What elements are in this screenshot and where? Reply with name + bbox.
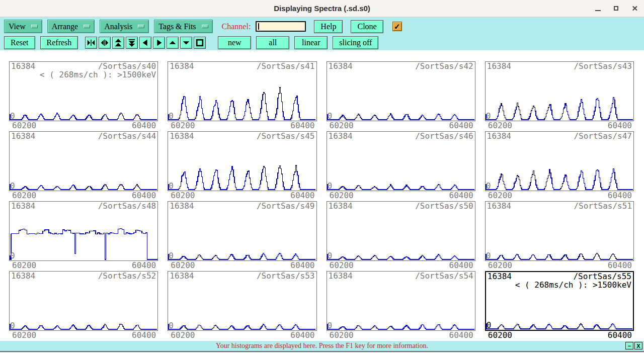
y-max-label: 16384	[11, 271, 35, 281]
status-minimize-icon[interactable]: −	[625, 342, 633, 349]
compress-x-button[interactable]	[85, 37, 97, 49]
scroll-down-button[interactable]	[180, 37, 192, 49]
menu-arrange[interactable]: Arrange	[47, 20, 95, 33]
spectrum-panel-s44[interactable]: 16384/SortSas/s4406020060400	[9, 131, 158, 200]
spectrum-panel-s50[interactable]: 16384/SortSas/s5006020060400	[327, 201, 475, 270]
statusbar: Your histograms are displayed here. Pres…	[0, 341, 644, 351]
y-max-label: 16384	[487, 131, 511, 141]
compress-y-button[interactable]	[126, 37, 138, 49]
x-axis-left-label: 60200	[171, 191, 195, 200]
spectrum-chart-s54[interactable]: 16384/SortSas/s540	[327, 271, 475, 331]
spectrum-chart-s46[interactable]: 16384/SortSas/s460	[327, 131, 475, 191]
spectrum-panel-s49[interactable]: 16384/SortSas/s4906020060400	[168, 201, 316, 270]
y-zero-label: 0	[169, 251, 174, 260]
new-button[interactable]: new	[218, 36, 251, 49]
expand-x-button[interactable]	[99, 37, 111, 49]
compress-y-icon	[127, 38, 136, 47]
menu-analysis[interactable]: Analysis	[100, 20, 149, 33]
spectrum-chart-s44[interactable]: 16384/SortSas/s440	[9, 131, 158, 191]
x-axis-labels: 6020060400	[485, 331, 634, 339]
y-zero-label: 0	[328, 321, 333, 330]
channel-input[interactable]	[256, 21, 306, 32]
spectrum-panel-s42[interactable]: 16384/SortSas/s4206020060400	[327, 61, 475, 130]
spectrum-chart-s47[interactable]: 16384/SortSas/s470	[485, 131, 634, 191]
help-button[interactable]: Help	[314, 20, 343, 33]
spectrum-panel-s52[interactable]: 16384/SortSas/s5206020060400	[9, 271, 158, 339]
menu-tags-fits[interactable]: Tags & Fits	[154, 20, 212, 33]
status-close-icon[interactable]: X	[634, 342, 642, 349]
window-bottom-edge	[0, 351, 644, 353]
spectrum-chart-s45[interactable]: 16384/SortSas/s450	[168, 131, 316, 191]
scroll-left-button[interactable]	[139, 37, 151, 49]
menu-arrange-label: Arrange	[52, 22, 78, 31]
spectrum-panel-s48[interactable]: 16384/SortSas/s4806020060400	[9, 201, 158, 270]
spectrum-path-label: /SortSas/s42	[415, 61, 473, 71]
x-axis-left-label: 60200	[488, 191, 512, 200]
spectrum-chart-s43[interactable]: 16384/SortSas/s430	[485, 61, 634, 121]
y-zero-label: 0	[486, 111, 491, 121]
spectrum-panel-s41[interactable]: 16384/SortSas/s4106020060400	[168, 61, 316, 130]
spectrum-panel-s53[interactable]: 16384/SortSas/s5306020060400	[168, 271, 316, 339]
spectrum-chart-s51[interactable]: 16384/SortSas/s510	[485, 201, 634, 261]
menu-indicator-icon	[138, 25, 144, 28]
y-zero-label: 0	[328, 111, 333, 121]
all-button[interactable]: all	[256, 36, 289, 49]
close-icon[interactable]: ✕	[631, 5, 638, 12]
expand-y-button[interactable]	[112, 37, 124, 49]
spectrum-path-label: /SortSas/s46	[415, 131, 473, 141]
button-row: Reset Refresh	[4, 35, 640, 50]
menu-view[interactable]: View	[4, 20, 42, 33]
x-axis-right-label: 60400	[290, 331, 314, 339]
x-axis-right-label: 60400	[449, 121, 473, 130]
x-axis-labels: 6020060400	[327, 191, 475, 200]
x-axis-labels: 6020060400	[327, 121, 475, 130]
toolbar: View Arrange Analysis Tags & Fits Channe…	[0, 17, 644, 50]
y-max-label: 16384	[170, 61, 194, 71]
spectrum-panel-s55[interactable]: 16384/SortSas/s55< ( 268ms/ch ): >1500ke…	[485, 271, 634, 339]
spectrum-chart-s53[interactable]: 16384/SortSas/s530	[168, 271, 316, 331]
scroll-right-icon	[154, 38, 164, 47]
x-axis-right-label: 60400	[132, 331, 156, 339]
slicing-button[interactable]: slicing off	[333, 36, 378, 49]
full-view-button[interactable]	[194, 37, 206, 49]
minimize-icon[interactable]	[595, 10, 601, 11]
full-view-icon	[195, 38, 204, 47]
reset-button[interactable]: Reset	[4, 36, 35, 49]
spectrum-chart-s48[interactable]: 16384/SortSas/s480	[9, 201, 158, 261]
spectrum-chart-s41[interactable]: 16384/SortSas/s410	[168, 61, 316, 121]
spectrum-panel-s54[interactable]: 16384/SortSas/s5406020060400	[327, 271, 475, 339]
x-axis-left-label: 60200	[330, 121, 354, 130]
scroll-right-button[interactable]	[153, 37, 165, 49]
spectrum-path-label: /SortSas/s45	[257, 131, 315, 141]
scroll-up-button[interactable]	[167, 37, 179, 49]
spectrum-panel-s43[interactable]: 16384/SortSas/s4306020060400	[485, 61, 634, 130]
spectrum-path-label: /SortSas/s44	[98, 131, 156, 141]
spectrum-chart-s42[interactable]: 16384/SortSas/s420	[327, 61, 475, 121]
channel-label: Channel:	[222, 22, 251, 31]
x-axis-right-label: 60400	[132, 261, 156, 270]
spectrum-panel-s40[interactable]: 16384/SortSas/s40< ( 268ms/ch ): >1500ke…	[9, 61, 158, 130]
spectrum-panel-s45[interactable]: 16384/SortSas/s4506020060400	[168, 131, 316, 200]
clone-button[interactable]: Clone	[351, 20, 383, 33]
spectrum-chart-s52[interactable]: 16384/SortSas/s520	[9, 271, 158, 331]
spectrum-chart-s50[interactable]: 16384/SortSas/s500	[327, 201, 475, 261]
spectrum-panel-s47[interactable]: 16384/SortSas/s4706020060400	[485, 131, 634, 200]
spectrum-chart-s55[interactable]: 16384/SortSas/s55< ( 268ms/ch ): >1500ke…	[485, 271, 634, 331]
spectrum-chart-s40[interactable]: 16384/SortSas/s40< ( 268ms/ch ): >1500ke…	[9, 61, 158, 121]
menu-indicator-icon	[202, 25, 208, 28]
spectrum-panel-s51[interactable]: 16384/SortSas/s5106020060400	[485, 201, 634, 270]
refresh-button[interactable]: Refresh	[40, 36, 78, 49]
linear-button[interactable]: linear	[294, 36, 328, 49]
maximize-icon[interactable]	[614, 6, 618, 11]
pinned-checkbox[interactable]: ✓	[392, 22, 402, 31]
y-max-label: 16384	[11, 201, 35, 211]
menu-row: View Arrange Analysis Tags & Fits Channe…	[4, 19, 640, 34]
spectrum-panel-s46[interactable]: 16384/SortSas/s4606020060400	[327, 131, 475, 200]
y-zero-label: 0	[10, 251, 15, 260]
y-zero-label: 0	[10, 181, 15, 191]
x-axis-right-label: 60400	[608, 331, 632, 339]
zoom-pan-icons	[85, 37, 206, 49]
spectrum-chart-s49[interactable]: 16384/SortSas/s490	[168, 201, 316, 261]
x-axis-right-label: 60400	[290, 261, 314, 270]
y-max-label: 16384	[487, 61, 511, 71]
